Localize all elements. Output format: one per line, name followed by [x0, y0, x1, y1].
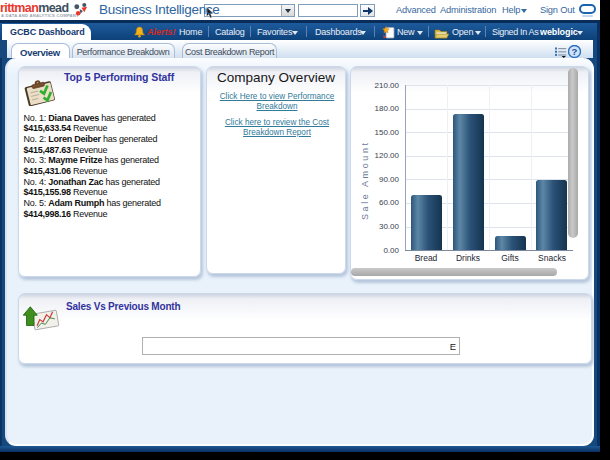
svg-text:?: ?	[572, 45, 578, 56]
